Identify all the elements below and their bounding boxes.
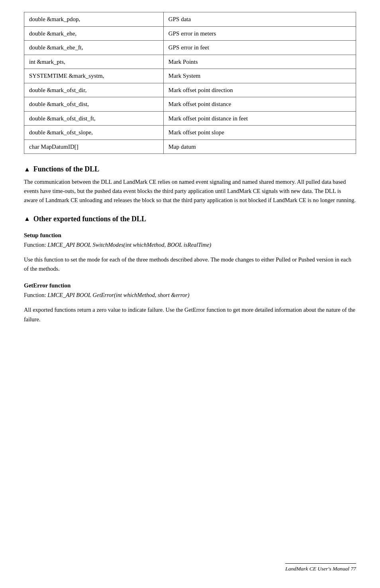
table-cell-param: double &mark_pdop, — [24, 12, 164, 27]
table-cell-desc: GPS data — [163, 12, 356, 27]
table-cell-desc: Mark Points — [163, 55, 356, 69]
geterror-function-body: All exported functions return a zero val… — [24, 305, 356, 324]
table-row: double &mark_ehe_ft,GPS error in feet — [24, 41, 356, 55]
geterror-body-italic: GetError — [184, 307, 205, 313]
table-row: double &mark_ofst_slope,Mark offset poin… — [24, 126, 356, 140]
geterror-function-code: LMCE_API BOOL GetError(int whichMethod, … — [47, 292, 189, 298]
table-cell-param: SYSTEMTIME &mark_systm, — [24, 69, 164, 83]
table-row: double &mark_ofst_dir,Mark offset point … — [24, 83, 356, 97]
parameter-table: double &mark_pdop,GPS datadouble &mark_e… — [24, 12, 356, 154]
table-cell-param: double &mark_ofst_dir, — [24, 83, 164, 97]
other-exported-heading: ▲ Other exported functions of the DLL — [24, 215, 356, 223]
geterror-function-subheading: GetError function — [24, 282, 356, 289]
setup-function-body: Use this function to set the mode for ea… — [24, 255, 356, 273]
table-row: double &mark_pdop,GPS data — [24, 12, 356, 27]
table-cell-param: double &mark_ehe, — [24, 26, 164, 41]
table-row: double &mark_ofst_dist_ft,Mark offset po… — [24, 111, 356, 126]
footer-text: LandMark CE User's Manual 77 — [285, 566, 356, 572]
table-cell-desc: GPS error in feet — [163, 41, 356, 55]
table-cell-param: double &mark_ofst_slope, — [24, 126, 164, 140]
setup-function-subheading: Setup function — [24, 232, 356, 239]
setup-function-sig: Function: LMCE_API BOOL SwitchModes(int … — [24, 240, 356, 250]
setup-function-prefix: Function: — [24, 242, 47, 248]
table-row: int &mark_pts,Mark Points — [24, 55, 356, 69]
table-row: char MapDatumID[]Map datum — [24, 140, 356, 154]
table-cell-desc: Mark offset point distance in feet — [163, 111, 356, 126]
table-cell-param: int &mark_pts, — [24, 55, 164, 69]
page-footer: LandMark CE User's Manual 77 — [285, 563, 356, 572]
table-cell-param: double &mark_ofst_dist_ft, — [24, 111, 164, 126]
functions-dll-body: The communication between the DLL and La… — [24, 177, 356, 205]
table-cell-desc: Mark System — [163, 69, 356, 83]
functions-dll-heading: ▲ Functions of the DLL — [24, 165, 356, 173]
functions-dll-title: Functions of the DLL — [33, 165, 100, 173]
table-row: double &mark_ofst_dist,Mark offset point… — [24, 97, 356, 112]
table-cell-param: double &mark_ehe_ft, — [24, 41, 164, 55]
triangle-icon-2: ▲ — [24, 215, 30, 222]
table-row: SYSTEMTIME &mark_systm,Mark System — [24, 69, 356, 83]
triangle-icon: ▲ — [24, 166, 30, 173]
other-exported-title: Other exported functions of the DLL — [33, 215, 146, 223]
table-cell-desc: GPS error in meters — [163, 26, 356, 41]
table-cell-desc: Mark offset point direction — [163, 83, 356, 97]
geterror-function-prefix: Function: — [24, 292, 47, 298]
table-cell-desc: Map datum — [163, 140, 356, 154]
table-cell-desc: Mark offset point slope — [163, 126, 356, 140]
geterror-body-part1: All exported functions return a zero val… — [24, 307, 184, 313]
table-cell-param: char MapDatumID[] — [24, 140, 164, 154]
setup-function-code: LMCE_API BOOL SwitchModes(int whichMetho… — [47, 242, 211, 248]
geterror-function-sig: Function: LMCE_API BOOL GetError(int whi… — [24, 291, 356, 300]
table-cell-desc: Mark offset point distance — [163, 97, 356, 112]
table-row: double &mark_ehe,GPS error in meters — [24, 26, 356, 41]
table-cell-param: double &mark_ofst_dist, — [24, 97, 164, 112]
